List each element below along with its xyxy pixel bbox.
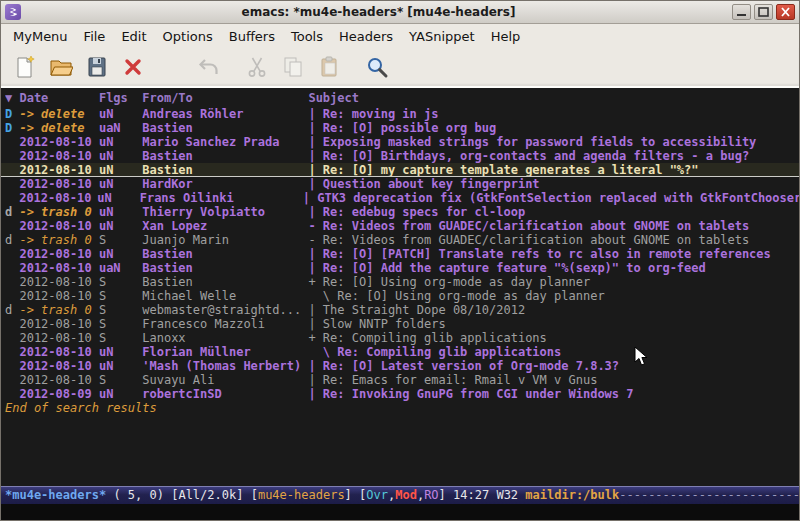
message-row[interactable]: 2012-08-10uNFrans Oilinki| GTK3 deprecat… bbox=[1, 191, 799, 205]
copy-button[interactable] bbox=[277, 51, 309, 83]
message-row[interactable]: d-> trash 0uNThierry Volpiatto| Re: edeb… bbox=[1, 205, 799, 219]
message-row[interactable]: D-> deleteuaNBastien| Re: [O] possible o… bbox=[1, 121, 799, 135]
column-header-subject[interactable]: Subject bbox=[308, 90, 799, 107]
date-cell: 2012-08-10 bbox=[19, 219, 98, 233]
modeline-segment-plain: W32 bbox=[496, 488, 525, 502]
message-row[interactable]: D-> deleteuNAndreas Röhler| Re: moving i… bbox=[1, 107, 799, 121]
close-button[interactable] bbox=[776, 4, 795, 20]
from-cell: Bastien bbox=[142, 163, 308, 176]
mark-cell bbox=[5, 191, 19, 205]
date-cell: 2012-08-10 bbox=[19, 345, 98, 359]
message-row[interactable]: 2012-08-10uNBastien| Re: [O] [PATCH] Tra… bbox=[1, 247, 799, 261]
message-row[interactable]: 2012-08-10SLanoxx+ Re: Compiling glib ap… bbox=[1, 331, 799, 345]
message-row[interactable]: 2012-08-10SFrancesco Mazzoli| Slow NNTP … bbox=[1, 317, 799, 331]
paste-button[interactable] bbox=[313, 51, 345, 83]
headers-header-line: ▼ Date Flgs From/To Subject bbox=[1, 90, 799, 107]
message-row[interactable]: d-> trash 0Swebmaster@straightd...| The … bbox=[1, 303, 799, 317]
subject-cell: | Re: [O] my capture template generates … bbox=[308, 163, 799, 176]
flags-cell: uN bbox=[99, 247, 142, 261]
minimize-button[interactable] bbox=[732, 4, 751, 20]
flags-cell: S bbox=[99, 303, 142, 317]
message-row[interactable]: d-> trash 0SJuanjo Marin- Re: Videos fro… bbox=[1, 233, 799, 247]
message-row[interactable]: 2012-08-10uNHardKor| Question about key … bbox=[1, 177, 799, 191]
subject-cell: - Re: Videos from GUADEC/clarification a… bbox=[308, 233, 799, 247]
menu-options[interactable]: Options bbox=[155, 26, 221, 47]
new-file-button[interactable] bbox=[9, 51, 41, 83]
from-cell: webmaster@straightd... bbox=[142, 303, 308, 317]
modeline-segment-mode: mu4e-headers bbox=[258, 488, 345, 502]
menu-mymenu[interactable]: MyMenu bbox=[5, 26, 76, 47]
date-cell: 2012-08-10 bbox=[19, 247, 98, 261]
mark-cell bbox=[5, 135, 19, 149]
menu-buffers[interactable]: Buffers bbox=[221, 26, 283, 47]
mark-cell bbox=[5, 177, 19, 191]
flags-cell: S bbox=[99, 275, 142, 289]
column-header-from[interactable]: From/To bbox=[142, 90, 308, 107]
message-row[interactable]: 2012-08-10uNBastien| Re: [O] my capture … bbox=[1, 163, 799, 177]
search-button[interactable] bbox=[361, 51, 393, 83]
minimize-icon bbox=[736, 7, 747, 17]
date-cell: 2012-08-10 bbox=[19, 135, 98, 149]
flags-cell: S bbox=[99, 373, 142, 387]
message-row[interactable]: 2012-08-10uNMario Sanchez Prada| Exposin… bbox=[1, 135, 799, 149]
menu-headers[interactable]: Headers bbox=[331, 26, 401, 47]
mode-line[interactable]: *mu4e-headers* ( 5, 0) [All/2.0k] [mu4e-… bbox=[1, 486, 799, 504]
maximize-button[interactable] bbox=[754, 4, 773, 20]
minibuffer[interactable] bbox=[1, 504, 799, 520]
message-row[interactable]: 2012-08-10uNFlorian Müllner \ Re: Compil… bbox=[1, 345, 799, 359]
cut-button[interactable] bbox=[241, 51, 273, 83]
menu-file[interactable]: File bbox=[76, 26, 114, 47]
column-header-flags[interactable]: Flgs bbox=[99, 90, 142, 107]
subject-cell: + Re: [O] Using org-mode as day planner bbox=[308, 275, 799, 289]
open-file-button[interactable] bbox=[45, 51, 77, 83]
from-cell: Andreas Röhler bbox=[142, 107, 308, 121]
message-row[interactable]: 2012-08-10uN'Mash (Thomas Herbert)| Re: … bbox=[1, 359, 799, 373]
from-cell: HardKor bbox=[142, 177, 308, 191]
menu-yasnippet[interactable]: YASnippet bbox=[401, 26, 483, 47]
flags-cell: uN bbox=[99, 205, 142, 219]
flags-cell: S bbox=[99, 289, 142, 303]
subject-cell: | Re: [O] Add the capture feature "%(sex… bbox=[308, 261, 799, 275]
modeline-segment-mod: Mod bbox=[395, 488, 417, 502]
date-cell: -> delete bbox=[19, 121, 98, 135]
menu-help[interactable]: Help bbox=[483, 26, 529, 47]
titlebar[interactable]: emacs: *mu4e-headers* [mu4e-headers] bbox=[1, 1, 799, 24]
date-cell: 2012-08-09 bbox=[19, 387, 98, 401]
from-cell: Francesco Mazzoli bbox=[142, 317, 308, 331]
message-row[interactable]: 2012-08-09uNrobertcInSD| Re: Invoking Gn… bbox=[1, 387, 799, 401]
end-of-results-label: End of search results bbox=[1, 401, 799, 415]
from-cell: Michael Welle bbox=[142, 289, 308, 303]
mark-cell: D bbox=[5, 107, 19, 121]
message-row[interactable]: 2012-08-10SBastien+ Re: [O] Using org-mo… bbox=[1, 275, 799, 289]
from-cell: 'Mash (Thomas Herbert) bbox=[142, 359, 308, 373]
subject-cell: | Re: [O] Latest version of Org-mode 7.8… bbox=[308, 359, 799, 373]
save-buffer-button[interactable] bbox=[81, 51, 113, 83]
clipboard-icon bbox=[317, 55, 341, 79]
message-row[interactable]: 2012-08-10SMichael Welle \ Re: [O] Using… bbox=[1, 289, 799, 303]
column-header-date[interactable]: ▼ Date bbox=[5, 90, 99, 107]
flags-cell: uN bbox=[99, 135, 142, 149]
mark-cell bbox=[5, 359, 19, 373]
toolbar bbox=[1, 48, 799, 87]
subject-cell: | Re: [O] possible org bug bbox=[308, 121, 799, 135]
from-cell: Xan Lopez bbox=[142, 219, 308, 233]
menu-edit[interactable]: Edit bbox=[113, 26, 154, 47]
mark-cell bbox=[5, 261, 19, 275]
message-row[interactable]: 2012-08-10uNXan Lopez- Re: Videos from G… bbox=[1, 219, 799, 233]
mark-cell bbox=[5, 317, 19, 331]
maximize-icon bbox=[758, 7, 769, 17]
subject-cell: | Re: moving in js bbox=[308, 107, 799, 121]
copy-icon bbox=[281, 55, 305, 79]
from-cell: Florian Müllner bbox=[142, 345, 308, 359]
window-title: emacs: *mu4e-headers* [mu4e-headers] bbox=[25, 5, 732, 19]
message-row[interactable]: 2012-08-10SSuvayu Ali| Re: Emacs for ema… bbox=[1, 373, 799, 387]
close-x-icon bbox=[121, 55, 145, 79]
menu-tools[interactable]: Tools bbox=[283, 26, 331, 47]
kill-buffer-button[interactable] bbox=[117, 51, 149, 83]
undo-button[interactable] bbox=[193, 51, 225, 83]
mark-cell bbox=[5, 387, 19, 401]
message-row[interactable]: 2012-08-10uNBastien| Re: [O] Birthdays, … bbox=[1, 149, 799, 163]
flags-cell: uaN bbox=[99, 121, 142, 135]
message-row[interactable]: 2012-08-10uaNBastien| Re: [O] Add the ca… bbox=[1, 261, 799, 275]
subject-cell: | Re: edebug specs for cl-loop bbox=[308, 205, 799, 219]
